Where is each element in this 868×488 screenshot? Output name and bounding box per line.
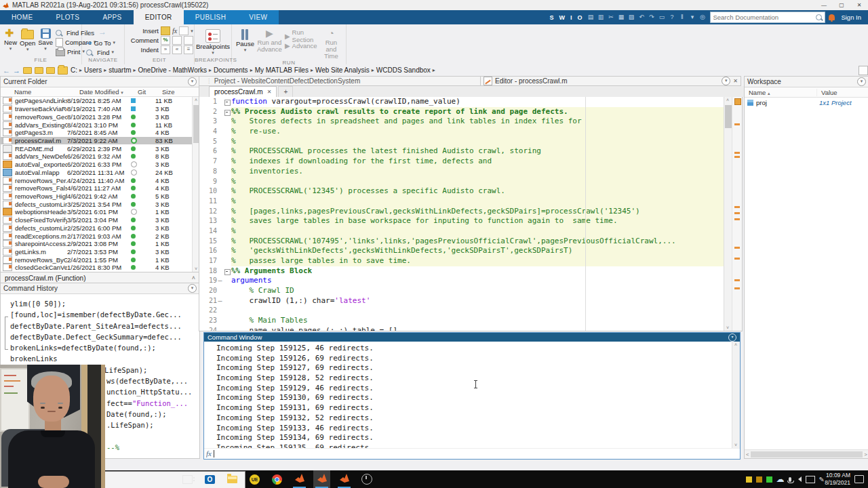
warning-mark-icon[interactable]: [734, 258, 740, 260]
close-icon[interactable]: ✕: [733, 78, 738, 84]
close-icon[interactable]: ✕: [850, 0, 868, 10]
save-icon[interactable]: ▥: [596, 13, 605, 22]
column-size[interactable]: Size: [162, 88, 188, 96]
file-row[interactable]: closedGeckCanVer...1/26/2021 8:30 PM4 KB: [1, 264, 199, 272]
forward-icon[interactable]: →: [13, 66, 20, 75]
smart-indent-icon[interactable]: »: [161, 45, 170, 54]
history-entry[interactable]: [found,loc]=ismember(defectByDate.Gec...: [10, 310, 199, 321]
file-row[interactable]: autoEval.mlapp6/20/2021 11:31 AM24 KB: [1, 168, 199, 176]
advance-button[interactable]: ▶Advance: [285, 41, 318, 49]
taskbar-recorder-icon[interactable]: [358, 470, 375, 488]
breadcrumb-segment[interactable]: C:: [71, 66, 77, 74]
file-row[interactable]: addVars_ExistingG...8/4/2021 3:10 PM11 K…: [1, 121, 199, 129]
file-row[interactable]: removeRows_High...4/6/2021 9:42 AM5 KB: [1, 192, 199, 201]
find-button[interactable]: Find▾: [86, 48, 114, 56]
column-date-modified[interactable]: Date Modified ▾: [79, 88, 138, 96]
file-row[interactable]: readExceptions.m2/17/2021 9:03 AM2 KB: [1, 232, 199, 240]
project-panel-header[interactable]: ⋮ Project - WebsiteContentDefectDetectio…: [199, 76, 480, 86]
network-icon[interactable]: [806, 476, 815, 483]
taskbar-ultraedit-icon[interactable]: UE: [246, 470, 263, 488]
file-row[interactable]: traverseBackViaRe...8/19/2021 7:40 AM3 K…: [1, 105, 199, 113]
panel-menu-icon[interactable]: ▾: [728, 333, 736, 342]
editor-panel-header[interactable]: Editor - processCrawl.m ▾ ✕: [480, 76, 741, 86]
warning-mark-icon[interactable]: [734, 212, 740, 214]
breadcrumb-segment[interactable]: My MATLAB Files: [255, 66, 309, 74]
go-to-button[interactable]: ➔Go To▾: [86, 39, 115, 47]
onedrive-icon[interactable]: ☁: [776, 475, 785, 483]
panel-menu-icon[interactable]: ▾: [722, 77, 730, 85]
ribbon-tab-home[interactable]: HOME: [0, 10, 45, 24]
file-row[interactable]: sharepointAccess...2/9/2021 3:08 PM1 KB: [1, 240, 199, 248]
insert-image-icon[interactable]: [179, 26, 189, 35]
column-git[interactable]: Git: [138, 88, 162, 96]
command-window-body[interactable]: Incoming Step 159125, 46 redirects.Incom…: [204, 342, 740, 448]
search-icon[interactable]: [816, 14, 822, 20]
history-entry[interactable]: brokenLinks=defectByDate(found,:);: [10, 344, 199, 354]
parallel-icon[interactable]: ‖: [677, 13, 686, 22]
help-icon[interactable]: ?: [667, 13, 676, 22]
qa-shortcut-s[interactable]: S: [549, 14, 554, 21]
history-entry[interactable]: ylim([0 50]);: [10, 300, 199, 310]
file-row[interactable]: removeRows_Geck...8/10/2021 3:28 PM3 KB: [1, 113, 199, 121]
scroll-down-icon[interactable]: ˅: [732, 443, 739, 447]
panel-menu-icon[interactable]: ▾: [188, 77, 197, 86]
file-row[interactable]: removeRows_Per...4/24/2021 11:40 AM4 KB: [1, 176, 199, 184]
ribbon-tab-publish[interactable]: PUBLISH: [184, 10, 238, 24]
run-and-time-button[interactable]: ◔Run and Time: [321, 26, 342, 60]
breadcrumb-segment[interactable]: stuartm: [108, 66, 131, 74]
save-button[interactable]: Save▾: [38, 26, 53, 51]
workspace-row[interactable]: proj 1x1 Project: [745, 98, 868, 107]
file-row[interactable]: README.md6/29/2021 2:39 PM3 KB: [1, 144, 199, 152]
breadcrumb-segment[interactable]: OneDrive - MathWorks: [138, 66, 208, 74]
qa-shortcut-i[interactable]: I: [570, 14, 573, 21]
maximize-icon[interactable]: ▢: [833, 0, 850, 10]
back-icon[interactable]: ←: [87, 27, 96, 37]
ribbon-tab-plots[interactable]: PLOTS: [45, 10, 92, 24]
taskbar-outlook-icon[interactable]: O: [201, 470, 218, 488]
file-row[interactable]: closeFixedToVerify...3/5/2021 3:04 PM3 K…: [1, 216, 199, 224]
warning-mark-icon[interactable]: [734, 152, 740, 154]
breadcrumb-segment[interactable]: Users: [84, 66, 102, 74]
insert-section-icon[interactable]: [161, 26, 170, 35]
file-row[interactable]: weboptionsHeade...3/5/2021 6:01 PM1 KB: [1, 208, 199, 216]
panel-menu-icon[interactable]: ▾: [188, 284, 197, 293]
uncomment-icon[interactable]: [172, 36, 182, 45]
warning-mark-icon[interactable]: [734, 218, 740, 220]
scroll-down-icon[interactable]: ˅: [724, 325, 731, 330]
file-row[interactable]: autoEval_exported...6/20/2021 6:33 PM3 K…: [1, 161, 199, 169]
ribbon-tab-apps[interactable]: APPS: [91, 10, 133, 24]
copy-icon[interactable]: ▦: [616, 13, 625, 22]
address-bar-action-icon[interactable]: [859, 66, 868, 75]
paste-icon[interactable]: ▨: [627, 13, 635, 22]
indent-right-icon[interactable]: ≡: [184, 45, 193, 54]
file-row[interactable]: getLinks.m2/7/2021 3:53 PM3 KB: [1, 248, 199, 256]
panel-menu-icon[interactable]: ▾: [857, 77, 866, 86]
column-name[interactable]: Name ▴: [745, 89, 817, 96]
new-tab-button[interactable]: +: [278, 86, 293, 97]
file-row[interactable]: addVars_NewDefe...6/26/2021 9:32 AM8 KB: [1, 152, 199, 161]
notification-bell-icon[interactable]: [829, 14, 835, 20]
file-detail-bar[interactable]: processCrawl.m (Function)˄: [1, 272, 199, 283]
pause-button[interactable]: Pause▾: [236, 26, 254, 52]
undo-icon[interactable]: ↶: [637, 13, 646, 22]
warning-mark-icon[interactable]: [734, 206, 740, 208]
redo-icon[interactable]: ↷: [647, 13, 656, 22]
tray-app-green-icon[interactable]: [766, 476, 772, 483]
tab-close-icon[interactable]: ✕: [267, 89, 272, 95]
switch-window-icon[interactable]: ▭: [657, 13, 666, 22]
warning-mark-icon[interactable]: [734, 123, 740, 125]
action-center-icon[interactable]: [854, 475, 864, 483]
fold-toggle-icon[interactable]: [223, 266, 231, 277]
ribbon-tab-editor[interactable]: EDITOR: [134, 10, 184, 24]
recent-folder-icon[interactable]: [46, 67, 55, 74]
search-documentation-input[interactable]: [711, 14, 816, 21]
open-button[interactable]: Open▾: [20, 26, 35, 52]
tray-app-gold-icon[interactable]: [756, 476, 762, 483]
sign-in-link[interactable]: Sign In: [838, 14, 864, 21]
resources-icon[interactable]: ◎: [698, 13, 707, 22]
scroll-up-icon[interactable]: ˄: [732, 342, 739, 347]
breadcrumb-segment[interactable]: WCDDS Sandbox: [376, 66, 431, 74]
browse-folder-icon[interactable]: [35, 67, 43, 74]
file-row[interactable]: processCrawl.m7/3/2021 9:22 AM83 KB: [1, 137, 199, 145]
minimize-icon[interactable]: —: [815, 0, 833, 10]
